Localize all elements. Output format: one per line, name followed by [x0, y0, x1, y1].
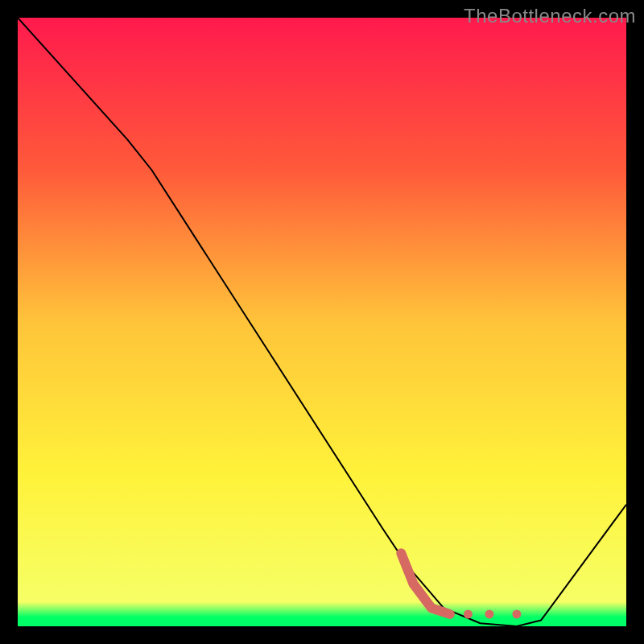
highlight-dots-point — [485, 609, 493, 618]
watermark-text: TheBottleneck.com — [464, 5, 636, 27]
highlight-dots-point — [512, 609, 521, 618]
highlight-dots-point — [464, 609, 473, 618]
gradient-background — [18, 18, 626, 626]
chart-svg — [18, 18, 626, 626]
chart-plot-area — [18, 18, 626, 626]
